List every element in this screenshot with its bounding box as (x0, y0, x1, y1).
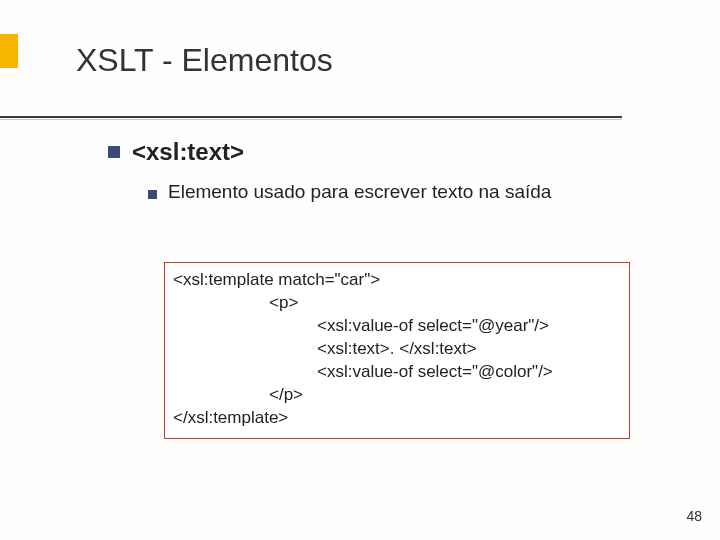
code-line: <xsl:value-of select="@year"/> (173, 315, 621, 338)
description-text: Elemento usado para escrever texto na sa… (168, 181, 551, 203)
divider-light (0, 119, 622, 120)
code-line: <xsl:template match="car"> (173, 269, 621, 292)
code-example-box: <xsl:template match="car"> <p> <xsl:valu… (164, 262, 630, 439)
accent-block (0, 34, 18, 68)
page-number: 48 (686, 508, 702, 524)
slide-title: XSLT - Elementos (76, 42, 333, 79)
bullet-icon (108, 146, 120, 158)
tag-heading: <xsl:text> (132, 138, 244, 166)
code-line: <xsl:value-of select="@color"/> (173, 361, 621, 384)
code-line: </xsl:template> (173, 407, 621, 430)
bullet-icon (148, 190, 157, 199)
code-line: <p> (173, 292, 621, 315)
code-line: <xsl:text>. </xsl:text> (173, 338, 621, 361)
code-line: </p> (173, 384, 621, 407)
divider-dark (0, 116, 622, 118)
